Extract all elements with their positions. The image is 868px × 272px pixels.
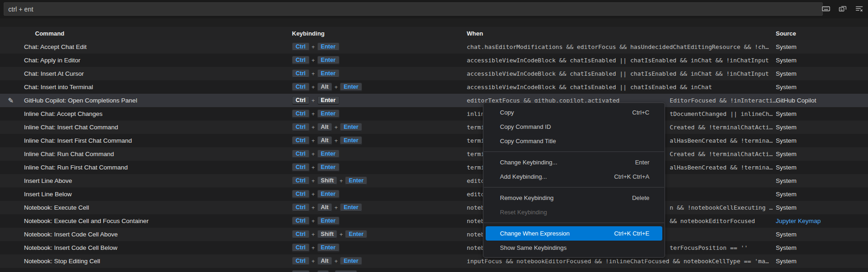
menu-item-show-same-keybindings[interactable]: Show Same Keybindings: [483, 241, 665, 255]
key-separator: +: [312, 97, 315, 104]
keybinding-chips: Ctrl+Shift+Enter: [292, 228, 367, 241]
menu-item-change-when-expression[interactable]: Change When ExpressionCtrl+K Ctrl+E: [486, 226, 662, 241]
menu-item-add-keybinding[interactable]: Add Keybinding...Ctrl+K Ctrl+A: [483, 169, 665, 184]
keybinding-row[interactable]: Inline Chat: Insert First Chat CommandCt…: [0, 134, 868, 147]
keybinding-row[interactable]: Notebook: Stop Editing CellCtrl+Alt+Ente…: [0, 254, 868, 268]
keybinding-row[interactable]: Chat: Insert into TerminalCtrl+Alt+Enter…: [0, 80, 868, 94]
keybinding-row[interactable]: Chat: Accept Chat EditCtrl+Enterchat.has…: [0, 40, 868, 54]
keybinding-row[interactable]: Insert Line BelowCtrl+EntereditorTextFoc…: [0, 187, 868, 201]
command-label: Insert Line Below: [24, 187, 72, 201]
clear-search-icon[interactable]: [854, 4, 864, 14]
menu-item-label: Reset Keybinding: [500, 209, 547, 216]
key-chip: Ctrl: [292, 270, 309, 272]
source-label: System: [776, 187, 797, 201]
keybinding-row[interactable]: Inline Chat: Run Chat CommandCtrl+Entert…: [0, 147, 868, 161]
key-chip: Enter: [317, 69, 339, 78]
key-separator: +: [312, 151, 315, 157]
header-when: When: [467, 27, 483, 40]
keybinding-row[interactable]: Notebook: Execute Cell and Focus Contain…: [0, 214, 868, 228]
when-expression-fragment: alHasBeenCreated && !termina…: [670, 134, 773, 147]
keybinding-row[interactable]: Notebook: Insert Code Cell AboveCtrl+Shi…: [0, 228, 868, 241]
menu-item-copy-command-id[interactable]: Copy Command ID: [483, 120, 665, 134]
key-chip: K: [317, 270, 329, 272]
when-expression-fragment: n && !notebookCellExecuting …: [670, 201, 773, 214]
key-chip: Enter: [317, 150, 339, 158]
command-label: Chat: Insert At Cursor: [24, 67, 84, 80]
menu-item-shortcut: Ctrl+K Ctrl+E: [614, 226, 649, 241]
key-separator: +: [334, 84, 338, 91]
key-separator: +: [312, 44, 315, 50]
keybinding-row[interactable]: Inline Chat: Run First Chat CommandCtrl+…: [0, 161, 868, 174]
edit-pencil-icon[interactable]: ✎: [8, 94, 14, 107]
key-chip: Ctrl: [292, 150, 309, 158]
source-label: System: [776, 40, 797, 54]
keybinding-row[interactable]: Notebook: Execute CellCtrl+Alt+Enternote…: [0, 201, 868, 214]
when-expression: accessibleViewInCodeBlock && chatIsEnabl…: [467, 67, 771, 80]
key-chip: Ctrl: [292, 56, 309, 65]
menu-item-copy-command-title[interactable]: Copy Command Title: [483, 134, 665, 148]
when-expression-fragment: alHasBeenCreated && !termina…: [670, 161, 773, 174]
sort-precedence-icon[interactable]: [838, 4, 848, 14]
command-label: Inline Chat: Insert Chat Command: [24, 121, 118, 134]
key-chip: Alt: [317, 136, 333, 145]
menu-item-label: Change Keybinding...: [500, 159, 557, 166]
keybinding-chips: Ctrl+Enter: [292, 54, 339, 67]
source-link[interactable]: Jupyter Keymap: [776, 214, 821, 228]
command-label: Chat: Apply in Editor: [24, 54, 80, 67]
key-chip: Enter: [317, 190, 339, 199]
key-separator: +: [312, 231, 315, 238]
keybinding-row[interactable]: Chat: Insert At CursorCtrl+Enteraccessib…: [0, 67, 868, 80]
keybindings-search-input[interactable]: [4, 2, 823, 16]
key-chip: Enter: [317, 163, 339, 172]
keybinding-row[interactable]: Inline Chat: Insert Chat CommandCtrl+Alt…: [0, 121, 868, 134]
command-label: Inline Chat: Insert First Chat Command: [24, 134, 132, 147]
keybinding-chips: Ctrl+Enter: [292, 147, 339, 161]
source-label: System: [776, 147, 797, 161]
keybinding-row[interactable]: Insert Line AboveCtrl+Shift+EntereditorT…: [0, 174, 868, 187]
key-chip: Ctrl: [292, 109, 309, 118]
key-separator: +: [334, 205, 338, 211]
keybinding-chips: Ctrl+Enter: [292, 67, 339, 80]
keybinding-row[interactable]: View: Keep EditorCtrl+K EnterSystem: [0, 268, 868, 272]
command-label: Chat: Insert into Terminal: [24, 80, 93, 94]
keybinding-row[interactable]: Chat: Apply in EditorCtrl+Enteraccessibl…: [0, 54, 868, 67]
key-chip: Alt: [317, 123, 333, 132]
when-expression: accessibleViewInCodeBlock && chatIsEnabl…: [467, 54, 771, 67]
menu-item-label: Add Keybinding...: [500, 173, 547, 180]
key-chip: Alt: [317, 83, 333, 91]
source-label: System: [776, 67, 797, 80]
menu-item-copy[interactable]: CopyCtrl+C: [483, 105, 665, 120]
keybinding-row[interactable]: ✎GitHub Copilot: Open Completions PanelC…: [0, 94, 868, 107]
key-chip: Ctrl: [292, 163, 309, 172]
command-label: Chat: Accept Chat Edit: [24, 40, 87, 54]
command-label: View: Keep Editor: [24, 268, 73, 272]
menu-item-change-keybinding[interactable]: Change Keybinding...Enter: [483, 155, 665, 169]
key-separator: +: [312, 124, 315, 131]
key-chip: Enter: [317, 42, 339, 51]
source-label: System: [776, 228, 797, 241]
key-separator: +: [339, 178, 343, 184]
command-label: Notebook: Stop Editing Cell: [24, 254, 100, 268]
record-keys-icon[interactable]: [821, 4, 831, 14]
key-chip: Ctrl: [292, 176, 309, 185]
key-separator: +: [334, 258, 338, 265]
menu-item-label: Copy: [500, 109, 514, 116]
key-chip: Ctrl: [292, 69, 309, 78]
menu-item-label: Copy Command ID: [500, 123, 551, 130]
toolbar-actions: [821, 4, 864, 14]
keybinding-chips: Ctrl+Enter: [292, 187, 339, 201]
key-chip: Ctrl: [292, 203, 309, 212]
key-chip: Enter: [340, 136, 362, 145]
header-source: Source: [776, 27, 796, 40]
table-header: Command Keybinding When Source: [0, 27, 868, 40]
menu-item-remove-keybinding[interactable]: Remove KeybindingDelete: [483, 191, 665, 205]
command-label: Notebook: Insert Code Cell Below: [24, 241, 118, 254]
key-separator: +: [312, 111, 315, 117]
keybinding-chips: Ctrl+Enter: [292, 241, 339, 254]
command-label: Inline Chat: Run First Chat Command: [24, 161, 128, 174]
header-command: Command: [35, 27, 65, 40]
keybinding-row[interactable]: Inline Chat: Accept ChangesCtrl+Enterinl…: [0, 107, 868, 121]
keybinding-row[interactable]: Notebook: Insert Code Cell BelowCtrl+Ent…: [0, 241, 868, 254]
key-chip: Enter: [317, 109, 339, 118]
key-chip: Enter: [340, 203, 362, 212]
